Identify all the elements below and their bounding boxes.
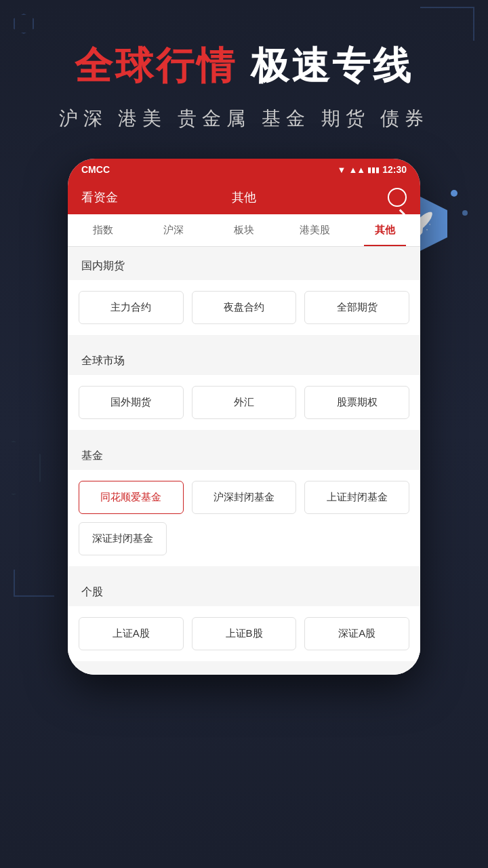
btn-main-contract[interactable]: 主力合约 [79,291,184,324]
btn-hushen-closed-fund[interactable]: 沪深封闭基金 [192,481,297,514]
rocket-dot-2 [462,210,468,216]
time-display: 12:30 [382,164,407,175]
btn-stock-options[interactable]: 股票期权 [304,386,409,419]
carrier-text: CMCC [81,164,110,175]
rocket-dot-1 [451,190,458,197]
btn-forex[interactable]: 外汇 [192,386,297,419]
search-icon[interactable] [388,188,407,207]
section-body-futures-domestic: 主力合约 夜盘合约 全部期货 [68,280,420,335]
btn-shanghai-closed-fund[interactable]: 上证封闭基金 [304,481,409,514]
hero-title-red: 全球行情 [75,44,237,87]
divider-3 [68,566,420,573]
nav-bar: 看资金 其他 [68,180,420,214]
content-area: 国内期货 主力合约 夜盘合约 全部期货 全球市场 国外期货 外汇 股票期权 基金 [68,247,420,675]
signal-bars-icon: ▲▲ [348,165,365,175]
nav-right [298,188,407,207]
section-body-global: 国外期货 外汇 股票期权 [68,375,420,430]
btn-foreign-futures[interactable]: 国外期货 [79,386,184,419]
divider-2 [68,430,420,437]
nav-left-label[interactable]: 看资金 [81,189,190,205]
btn-shanghai-b[interactable]: 上证B股 [192,617,297,650]
btn-tonghuashun-fund[interactable]: 同花顺爱基金 [79,481,184,514]
wifi-icon: ▼ [338,165,346,175]
status-icons: ▼ ▲▲ ▮▮▮ 12:30 [338,164,407,175]
hero-title: 全球行情 极速专线 [41,41,447,92]
section-body-fund: 同花顺爱基金 沪深封闭基金 上证封闭基金 深证封闭基金 [68,470,420,566]
btn-shanghai-a[interactable]: 上证A股 [79,617,184,650]
phone-mockup: CMCC ▼ ▲▲ ▮▮▮ 12:30 看资金 其他 指数 [68,159,420,675]
tab-indices[interactable]: 指数 [68,214,138,246]
section-header-futures-domestic: 国内期货 [68,247,420,280]
section-header-individual: 个股 [68,573,420,606]
btn-shenzhen-a[interactable]: 深证A股 [304,617,409,650]
hero-title-white: 极速专线 [251,44,413,87]
hero-section: 全球行情 极速专线 沪深 港美 贵金属 基金 期货 债券 [0,0,488,159]
section-header-global: 全球市场 [68,342,420,375]
tab-bankuai[interactable]: 板块 [209,214,279,246]
nav-center-label: 其他 [190,189,298,205]
section-body-individual: 上证A股 上证B股 深证A股 [68,606,420,661]
btn-shenzhen-closed-fund[interactable]: 深证封闭基金 [79,522,167,555]
bottom-padding [68,661,420,675]
hero-subtitle: 沪深 港美 贵金属 基金 期货 债券 [41,106,447,132]
btn-all-futures[interactable]: 全部期货 [304,291,409,324]
battery-status-icon: ▮▮▮ [367,165,380,174]
tab-hushen[interactable]: 沪深 [138,214,209,246]
phone-wrapper: CMCC ▼ ▲▲ ▮▮▮ 12:30 看资金 其他 指数 [0,159,488,715]
tab-gangmei[interactable]: 港美股 [279,214,350,246]
status-bar: CMCC ▼ ▲▲ ▮▮▮ 12:30 [68,159,420,180]
tab-bar: 指数 沪深 板块 港美股 其他 [68,214,420,247]
section-header-fund: 基金 [68,437,420,470]
main-container: 全球行情 极速专线 沪深 港美 贵金属 基金 期货 债券 CMCC ▼ ▲▲ ▮… [0,0,488,868]
tab-qita[interactable]: 其他 [350,214,420,246]
btn-night-contract[interactable]: 夜盘合约 [192,291,297,324]
divider-1 [68,335,420,342]
